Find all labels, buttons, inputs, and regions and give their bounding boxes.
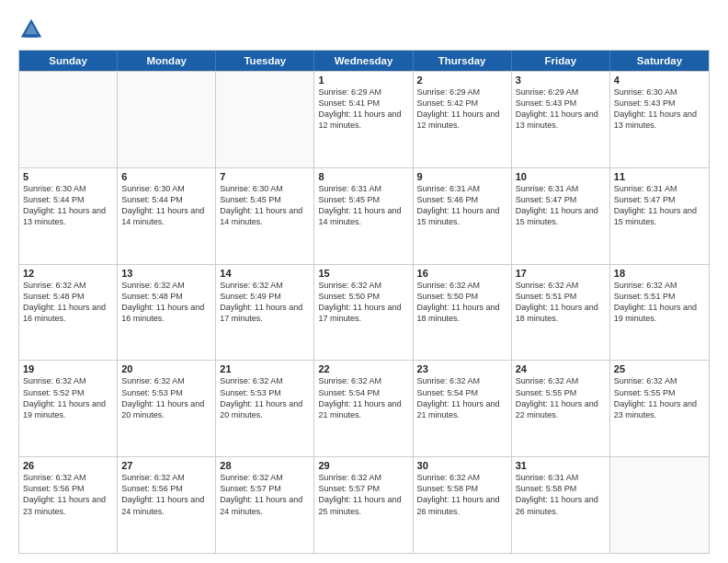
week-row-2: 5 Sunrise: 6:30 AMSunset: 5:44 PMDayligh… [19, 167, 709, 264]
day-number: 26 [23, 460, 113, 471]
day-number: 11 [614, 171, 705, 182]
cell-info: Sunrise: 6:32 AMSunset: 5:50 PMDaylight:… [318, 280, 408, 325]
day-number: 28 [220, 460, 310, 471]
day-number: 8 [318, 171, 408, 182]
cal-cell: 24 Sunrise: 6:32 AMSunset: 5:55 PMDaylig… [512, 361, 610, 456]
day-number: 9 [417, 171, 507, 182]
day-number: 16 [417, 268, 507, 279]
cal-cell: 13 Sunrise: 6:32 AMSunset: 5:48 PMDaylig… [118, 265, 216, 361]
day-number: 17 [516, 268, 606, 279]
cal-cell [19, 72, 118, 167]
cell-info: Sunrise: 6:32 AMSunset: 5:57 PMDaylight:… [318, 472, 408, 517]
day-number: 31 [516, 460, 606, 471]
day-number: 4 [614, 75, 705, 86]
cal-cell: 25 Sunrise: 6:32 AMSunset: 5:55 PMDaylig… [610, 361, 709, 456]
cal-cell: 22 Sunrise: 6:32 AMSunset: 5:54 PMDaylig… [314, 361, 413, 456]
day-number: 12 [23, 268, 113, 279]
cal-cell: 15 Sunrise: 6:32 AMSunset: 5:50 PMDaylig… [314, 265, 413, 361]
header-day-tuesday: Tuesday [216, 51, 314, 71]
header-day-saturday: Saturday [610, 51, 709, 71]
day-number: 21 [220, 363, 310, 374]
cell-info: Sunrise: 6:32 AMSunset: 5:54 PMDaylight:… [318, 375, 408, 420]
cal-cell: 17 Sunrise: 6:32 AMSunset: 5:51 PMDaylig… [512, 265, 610, 361]
header-day-sunday: Sunday [19, 51, 118, 71]
header-day-thursday: Thursday [414, 51, 512, 71]
cell-info: Sunrise: 6:32 AMSunset: 5:50 PMDaylight:… [417, 280, 507, 325]
day-number: 15 [318, 268, 408, 279]
header-day-wednesday: Wednesday [314, 51, 413, 71]
cell-info: Sunrise: 6:30 AMSunset: 5:43 PMDaylight:… [614, 86, 705, 132]
cal-cell: 6 Sunrise: 6:30 AMSunset: 5:44 PMDayligh… [118, 168, 216, 264]
week-row-4: 19 Sunrise: 6:32 AMSunset: 5:52 PMDaylig… [19, 360, 709, 456]
cell-info: Sunrise: 6:32 AMSunset: 5:55 PMDaylight:… [614, 375, 705, 420]
cal-cell: 10 Sunrise: 6:31 AMSunset: 5:47 PMDaylig… [512, 168, 610, 264]
day-number: 3 [516, 75, 606, 86]
cell-info: Sunrise: 6:31 AMSunset: 5:45 PMDaylight:… [318, 183, 408, 228]
cal-cell: 12 Sunrise: 6:32 AMSunset: 5:48 PMDaylig… [19, 265, 118, 361]
week-row-1: 1 Sunrise: 6:29 AMSunset: 5:41 PMDayligh… [19, 71, 709, 167]
svg-rect-2 [25, 35, 38, 39]
cell-info: Sunrise: 6:30 AMSunset: 5:44 PMDaylight:… [23, 183, 113, 228]
day-number: 20 [121, 363, 211, 374]
week-row-3: 12 Sunrise: 6:32 AMSunset: 5:48 PMDaylig… [19, 264, 709, 361]
calendar: SundayMondayTuesdayWednesdayThursdayFrid… [18, 50, 710, 554]
cal-cell [216, 72, 314, 167]
cell-info: Sunrise: 6:31 AMSunset: 5:47 PMDaylight:… [516, 183, 606, 228]
cell-info: Sunrise: 6:30 AMSunset: 5:44 PMDaylight:… [121, 183, 211, 228]
cal-cell: 7 Sunrise: 6:30 AMSunset: 5:45 PMDayligh… [216, 168, 314, 264]
cal-cell: 29 Sunrise: 6:32 AMSunset: 5:57 PMDaylig… [314, 457, 413, 553]
cell-info: Sunrise: 6:32 AMSunset: 5:51 PMDaylight:… [516, 280, 606, 325]
cell-info: Sunrise: 6:32 AMSunset: 5:53 PMDaylight:… [121, 375, 211, 420]
cal-cell: 21 Sunrise: 6:32 AMSunset: 5:53 PMDaylig… [216, 361, 314, 456]
header-day-friday: Friday [512, 51, 610, 71]
day-number: 22 [318, 363, 408, 374]
cell-info: Sunrise: 6:32 AMSunset: 5:53 PMDaylight:… [220, 375, 310, 420]
day-number: 7 [220, 171, 310, 182]
cal-cell: 20 Sunrise: 6:32 AMSunset: 5:53 PMDaylig… [118, 361, 216, 456]
header-day-monday: Monday [118, 51, 216, 71]
cell-info: Sunrise: 6:29 AMSunset: 5:43 PMDaylight:… [516, 86, 606, 132]
logo-icon [18, 17, 44, 42]
cell-info: Sunrise: 6:32 AMSunset: 5:51 PMDaylight:… [614, 280, 705, 325]
day-number: 2 [417, 75, 507, 86]
cell-info: Sunrise: 6:32 AMSunset: 5:54 PMDaylight:… [417, 375, 507, 420]
cal-cell: 28 Sunrise: 6:32 AMSunset: 5:57 PMDaylig… [216, 457, 314, 553]
cal-cell: 26 Sunrise: 6:32 AMSunset: 5:56 PMDaylig… [19, 457, 118, 553]
cal-cell: 5 Sunrise: 6:30 AMSunset: 5:44 PMDayligh… [19, 168, 118, 264]
logo [18, 17, 48, 42]
day-number: 18 [614, 268, 705, 279]
cal-cell: 16 Sunrise: 6:32 AMSunset: 5:50 PMDaylig… [414, 265, 512, 361]
calendar-body: 1 Sunrise: 6:29 AMSunset: 5:41 PMDayligh… [19, 71, 709, 553]
day-number: 30 [417, 460, 507, 471]
day-number: 25 [614, 363, 705, 374]
cell-info: Sunrise: 6:32 AMSunset: 5:49 PMDaylight:… [220, 280, 310, 325]
header [18, 17, 710, 42]
cell-info: Sunrise: 6:32 AMSunset: 5:55 PMDaylight:… [516, 375, 606, 420]
page: SundayMondayTuesdayWednesdayThursdayFrid… [0, 0, 728, 563]
cal-cell: 30 Sunrise: 6:32 AMSunset: 5:58 PMDaylig… [414, 457, 512, 553]
cal-cell [118, 72, 216, 167]
cell-info: Sunrise: 6:32 AMSunset: 5:48 PMDaylight:… [121, 280, 211, 325]
calendar-header: SundayMondayTuesdayWednesdayThursdayFrid… [19, 51, 709, 71]
cell-info: Sunrise: 6:32 AMSunset: 5:58 PMDaylight:… [417, 472, 507, 517]
day-number: 13 [121, 268, 211, 279]
cell-info: Sunrise: 6:29 AMSunset: 5:42 PMDaylight:… [417, 86, 507, 132]
cell-info: Sunrise: 6:31 AMSunset: 5:46 PMDaylight:… [417, 183, 507, 228]
cal-cell: 8 Sunrise: 6:31 AMSunset: 5:45 PMDayligh… [314, 168, 413, 264]
day-number: 24 [516, 363, 606, 374]
cell-info: Sunrise: 6:32 AMSunset: 5:48 PMDaylight:… [23, 280, 113, 325]
cell-info: Sunrise: 6:31 AMSunset: 5:47 PMDaylight:… [614, 183, 705, 228]
cal-cell: 14 Sunrise: 6:32 AMSunset: 5:49 PMDaylig… [216, 265, 314, 361]
week-row-5: 26 Sunrise: 6:32 AMSunset: 5:56 PMDaylig… [19, 456, 709, 553]
day-number: 19 [23, 363, 113, 374]
cal-cell: 3 Sunrise: 6:29 AMSunset: 5:43 PMDayligh… [512, 72, 610, 167]
cal-cell: 1 Sunrise: 6:29 AMSunset: 5:41 PMDayligh… [314, 72, 413, 167]
cal-cell: 23 Sunrise: 6:32 AMSunset: 5:54 PMDaylig… [414, 361, 512, 456]
cal-cell: 31 Sunrise: 6:31 AMSunset: 5:58 PMDaylig… [512, 457, 610, 553]
day-number: 23 [417, 363, 507, 374]
cell-info: Sunrise: 6:32 AMSunset: 5:56 PMDaylight:… [121, 472, 211, 517]
day-number: 10 [516, 171, 606, 182]
cell-info: Sunrise: 6:31 AMSunset: 5:58 PMDaylight:… [516, 472, 606, 517]
cal-cell: 18 Sunrise: 6:32 AMSunset: 5:51 PMDaylig… [610, 265, 709, 361]
cal-cell: 4 Sunrise: 6:30 AMSunset: 5:43 PMDayligh… [610, 72, 709, 167]
